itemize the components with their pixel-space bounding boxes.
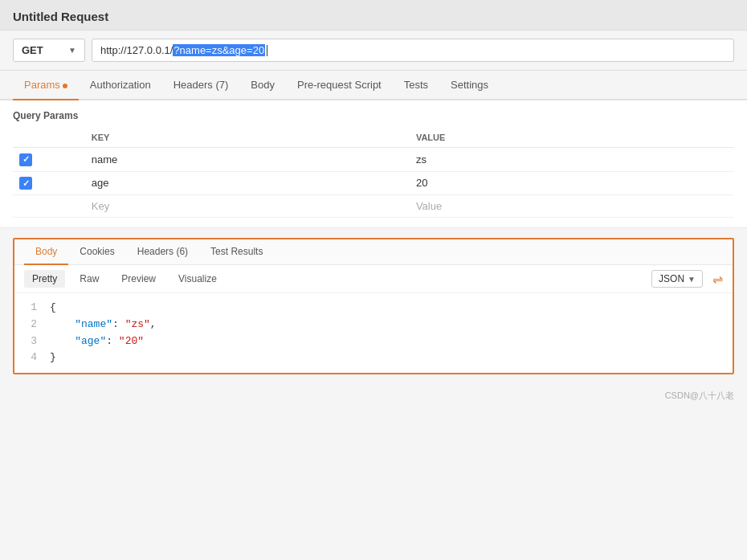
- method-selector[interactable]: GET ▼: [13, 39, 85, 62]
- query-params-title: Query Params: [13, 110, 734, 121]
- row2-key: age: [92, 177, 109, 189]
- json-key-name: "name": [75, 318, 112, 330]
- url-input[interactable]: http://127.0.0.1/?name=zs&age=20: [92, 39, 734, 62]
- tab-prerequest[interactable]: Pre-request Script: [286, 71, 393, 100]
- params-table: KEY VALUE name zs: [13, 129, 734, 218]
- line-number-1: 1: [24, 300, 37, 317]
- row2-value: 20: [416, 177, 427, 189]
- query-params-section: Query Params KEY VALUE name: [0, 100, 747, 228]
- tab-body[interactable]: Body: [239, 71, 286, 100]
- text-cursor: [267, 45, 267, 56]
- row1-checkbox[interactable]: [19, 153, 32, 166]
- watermark-text: CSDN@八十八老: [665, 390, 734, 400]
- tab-params[interactable]: Params: [13, 71, 79, 100]
- format-tab-visualize[interactable]: Visualize: [170, 270, 225, 288]
- table-row: name zs: [13, 148, 734, 172]
- json-content-3: "age": "20": [50, 333, 144, 350]
- row1-key-cell: name: [85, 148, 410, 172]
- response-tab-headers[interactable]: Headers (6): [126, 239, 199, 265]
- response-tab-body[interactable]: Body: [24, 239, 68, 265]
- chevron-down-icon: ▼: [68, 46, 76, 55]
- response-tab-test-results[interactable]: Test Results: [199, 239, 274, 265]
- format-select-label: JSON: [659, 273, 684, 284]
- row3-check-cell: [13, 195, 85, 218]
- json-line-2: 2 "name": "zs",: [24, 317, 723, 333]
- wrap-lines-icon[interactable]: ⇌: [712, 272, 723, 287]
- response-tab-cookies[interactable]: Cookies: [68, 239, 125, 265]
- format-select-dropdown[interactable]: JSON ▼: [651, 270, 703, 288]
- format-tab-preview[interactable]: Preview: [113, 270, 164, 288]
- row3-value-cell: Value: [410, 195, 734, 218]
- format-chevron-icon: ▼: [688, 275, 696, 284]
- json-line-4: 4 }: [24, 349, 723, 366]
- line-number-2: 2: [24, 317, 37, 333]
- row2-value-cell: 20: [410, 171, 734, 195]
- row3-key-cell: Key: [85, 195, 410, 218]
- json-content-1: {: [50, 300, 56, 317]
- tab-authorization[interactable]: Authorization: [79, 71, 162, 100]
- line-number-4: 4: [24, 349, 37, 366]
- json-content-4: }: [50, 349, 56, 366]
- format-tab-raw[interactable]: Raw: [71, 270, 107, 288]
- row3-value-placeholder[interactable]: Value: [416, 200, 442, 212]
- page-title: Untitled Request: [13, 10, 734, 23]
- json-key-age: "age": [75, 335, 106, 347]
- response-format-bar: Pretty Raw Preview Visualize JSON ▼ ⇌: [14, 265, 733, 293]
- request-tabs-bar: Params Authorization Headers (7) Body Pr…: [0, 71, 747, 100]
- line-number-3: 3: [24, 333, 37, 350]
- json-response-body: 1 { 2 "name": "zs", 3 "age": "20" 4 }: [14, 293, 733, 373]
- tab-tests[interactable]: Tests: [393, 71, 439, 100]
- row1-check-cell: [13, 148, 85, 172]
- row1-value: zs: [416, 153, 427, 166]
- title-bar: Untitled Request: [0, 0, 747, 31]
- tab-settings[interactable]: Settings: [439, 71, 500, 100]
- row2-key-cell: age: [85, 171, 410, 195]
- watermark-container: CSDN@八十八老: [0, 384, 747, 407]
- app-container: Untitled Request GET ▼ http://127.0.0.1/…: [0, 0, 747, 560]
- params-dot: [63, 84, 67, 88]
- row1-key: name: [92, 153, 118, 166]
- json-value-name: "zs": [125, 318, 150, 330]
- format-tab-pretty[interactable]: Pretty: [24, 270, 65, 288]
- table-row: Key Value: [13, 195, 734, 218]
- table-row: age 20: [13, 171, 734, 195]
- response-section: Body Cookies Headers (6) Test Results Pr…: [13, 238, 734, 374]
- url-bar: GET ▼ http://127.0.0.1/?name=zs&age=20: [0, 31, 747, 71]
- col-header-value: VALUE: [410, 129, 734, 148]
- col-header-check: [13, 129, 85, 148]
- row2-check-cell: [13, 171, 85, 195]
- tab-headers[interactable]: Headers (7): [162, 71, 240, 100]
- json-value-age: "20": [119, 335, 144, 347]
- row1-value-cell: zs: [410, 148, 734, 172]
- row3-key-placeholder[interactable]: Key: [92, 200, 109, 212]
- json-content-2: "name": "zs",: [50, 317, 157, 333]
- col-header-key: KEY: [85, 129, 410, 148]
- url-params-highlight: ?name=zs&age=20: [173, 44, 265, 56]
- method-label: GET: [22, 44, 43, 56]
- url-base: http://127.0.0.1/: [100, 44, 173, 56]
- response-tabs-bar: Body Cookies Headers (6) Test Results: [14, 239, 733, 265]
- json-line-3: 3 "age": "20": [24, 333, 723, 350]
- row2-checkbox[interactable]: [19, 177, 32, 190]
- json-line-1: 1 {: [24, 300, 723, 317]
